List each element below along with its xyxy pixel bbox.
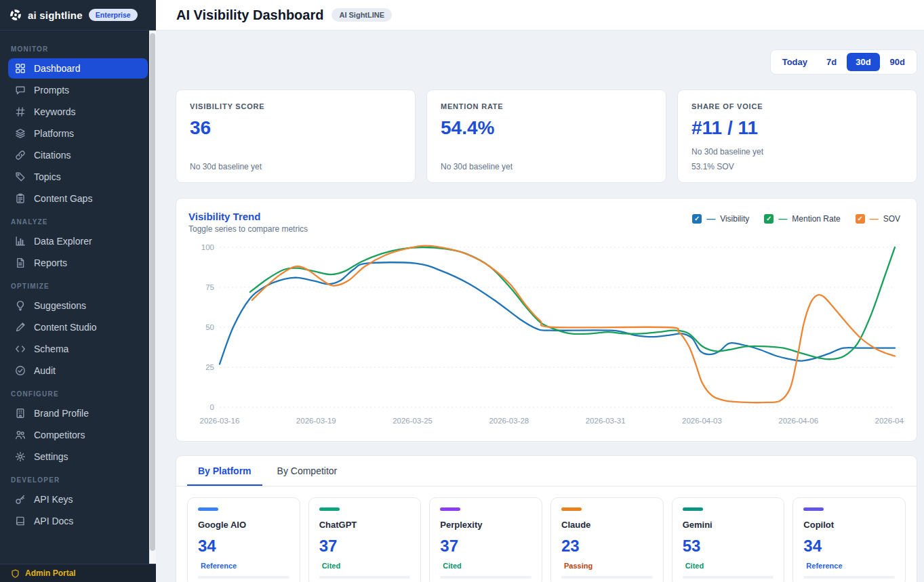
metric-value: 36	[190, 117, 401, 139]
time-range-30d[interactable]: 30d	[847, 53, 879, 71]
trend-line-chart: 02550751002026-03-162026-03-192026-03-25…	[188, 238, 904, 429]
tab-bar: By PlatformBy Competitor	[176, 456, 917, 486]
sidebar-scrollbar-track[interactable]	[149, 30, 156, 564]
platform-name: ChatGPT	[319, 520, 411, 530]
chart-header: Visibility Trend Toggle series to compar…	[188, 211, 904, 234]
sidebar-item-label: API Docs	[34, 516, 73, 526]
metric-card-mention-rate: MENTION RATE54.4%No 30d baseline yet	[426, 89, 666, 183]
bar-chart-icon	[15, 236, 26, 247]
series-dash-icon: —	[706, 213, 715, 224]
metric-footnote: No 30d baseline yet	[691, 147, 903, 157]
platform-score: 34	[198, 537, 289, 556]
platform-score: 37	[440, 537, 531, 556]
legend-toggle-mention-rate[interactable]: ✓—Mention Rate	[764, 213, 840, 224]
legend-toggle-visibility[interactable]: ✓—Visibility	[692, 213, 749, 224]
sidebar-item-settings[interactable]: Settings	[8, 446, 148, 467]
sidebar-item-api-keys[interactable]: API Keys	[8, 489, 148, 510]
metric-footnote: No 30d baseline yet	[441, 162, 652, 171]
time-range-7d[interactable]: 7d	[818, 53, 845, 71]
admin-portal-link[interactable]: Admin Portal	[0, 564, 156, 582]
time-range-today[interactable]: Today	[774, 53, 816, 71]
sidebar-item-audit[interactable]: Audit	[8, 360, 148, 381]
code-icon	[15, 344, 26, 354]
sidebar-item-label: Competitors	[34, 430, 85, 440]
sidebar-item-label: Data Explorer	[34, 236, 92, 247]
time-range-90d[interactable]: 90d	[881, 53, 914, 71]
platform-status: Reference	[806, 562, 895, 570]
sidebar-item-competitors[interactable]: Competitors	[8, 425, 148, 445]
series-dash-icon: —	[870, 213, 879, 224]
platform-status: Passing	[564, 562, 653, 570]
admin-portal-label: Admin Portal	[25, 568, 76, 578]
metric-footnotes: No 30d baseline yet53.1% SOV	[691, 142, 903, 171]
tab-by-competitor[interactable]: By Competitor	[266, 456, 348, 486]
metric-cards: VISIBILITY SCORE36No 30d baseline yetMEN…	[176, 89, 917, 183]
sidebar-item-label: Topics	[34, 171, 61, 182]
sidebar-item-citations[interactable]: Citations	[8, 145, 148, 165]
sidebar-item-keywords[interactable]: Keywords	[8, 102, 148, 122]
sidebar-item-api-docs[interactable]: API Docs	[8, 511, 148, 531]
platform-status: Cited	[322, 562, 411, 570]
svg-text:2026-03-16: 2026-03-16	[200, 417, 240, 425]
sidebar-item-topics[interactable]: Topics	[8, 167, 148, 187]
svg-text:50: 50	[205, 323, 214, 331]
dashboard-grid-icon	[15, 63, 26, 74]
checkbox-checked-icon[interactable]: ✓	[856, 214, 865, 224]
platform-card-gemini[interactable]: Gemini53Cited	[672, 497, 785, 582]
platform-card-perplexity[interactable]: Perplexity37Cited	[429, 497, 542, 582]
platform-card-chatgpt[interactable]: ChatGPT37Cited	[308, 497, 422, 582]
sidebar-item-label: Suggestions	[34, 300, 86, 311]
sidebar-item-dashboard[interactable]: Dashboard	[8, 58, 148, 79]
sidebar-item-label: Content Studio	[34, 322, 97, 333]
check-circle-icon	[15, 365, 26, 376]
platform-score: 34	[803, 537, 895, 556]
hash-icon	[15, 106, 26, 117]
checkbox-checked-icon[interactable]: ✓	[764, 214, 774, 224]
sidebar-item-data-explorer[interactable]: Data Explorer	[8, 231, 148, 251]
platform-progress-track	[319, 576, 411, 579]
sidebar-item-prompts[interactable]: Prompts	[8, 80, 148, 100]
sidebar-item-schema[interactable]: Schema	[8, 339, 148, 359]
metric-value: #11 / 11	[691, 117, 903, 139]
sidebar-item-label: Keywords	[34, 106, 75, 117]
sidebar-item-label: Schema	[34, 344, 68, 354]
sidebar-item-reports[interactable]: Reports	[8, 253, 148, 273]
gear-icon	[15, 451, 26, 462]
clipboard-icon	[15, 193, 26, 204]
tab-by-platform[interactable]: By Platform	[187, 456, 262, 486]
tag-icon	[15, 171, 26, 182]
series-line-mention-rate	[250, 247, 895, 359]
chart-title: Visibility Trend	[188, 211, 308, 222]
brand-name: ai sightline	[28, 9, 83, 21]
sidebar-item-label: Settings	[34, 451, 68, 462]
platform-color-bar	[561, 507, 582, 511]
chart-titles: Visibility Trend Toggle series to compar…	[188, 211, 308, 234]
link-icon	[15, 150, 26, 161]
sidebar-item-brand-profile[interactable]: Brand Profile	[8, 403, 148, 423]
metric-card-share-of-voice: SHARE OF VOICE#11 / 11No 30d baseline ye…	[677, 89, 917, 183]
file-icon	[15, 257, 26, 268]
checkbox-checked-icon[interactable]: ✓	[692, 214, 702, 224]
platform-card-claude[interactable]: Claude23Passing	[550, 497, 664, 582]
series-dash-icon: —	[778, 213, 787, 224]
platform-color-bar	[440, 507, 460, 511]
sidebar: ai sightline Enterprise MonitorDashboard…	[0, 0, 156, 582]
sidebar-item-content-studio[interactable]: Content Studio	[8, 317, 148, 337]
sidebar-item-content-gaps[interactable]: Content Gaps	[8, 188, 148, 209]
breakdown-card: By PlatformBy Competitor Google AIO34Ref…	[176, 455, 917, 582]
sidebar-scrollbar-thumb[interactable]	[150, 33, 155, 551]
app-root: ai sightline Enterprise MonitorDashboard…	[0, 0, 924, 582]
sidebar-item-suggestions[interactable]: Suggestions	[8, 295, 148, 316]
sidebar-item-platforms[interactable]: Platforms	[8, 123, 148, 144]
platform-status: Cited	[685, 562, 774, 570]
platform-card-google-aio[interactable]: Google AIO34Reference	[187, 497, 300, 582]
platform-grid: Google AIO34ReferenceChatGPT37CitedPerpl…	[176, 486, 917, 582]
legend-toggle-sov[interactable]: ✓—SOV	[856, 213, 900, 224]
metric-footnote: No 30d baseline yet	[190, 162, 401, 171]
users-icon	[15, 430, 26, 440]
shield-icon	[11, 569, 20, 578]
svg-text:75: 75	[205, 283, 214, 291]
platform-card-copilot[interactable]: Copilot34Reference	[792, 497, 906, 582]
metric-footnote: 53.1% SOV	[691, 162, 903, 171]
nav-section-label: Analyze	[0, 210, 156, 230]
